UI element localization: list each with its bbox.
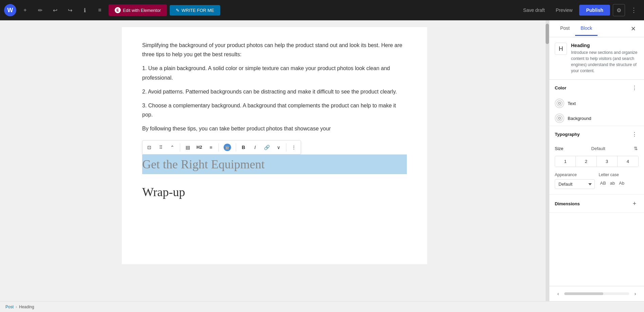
write-btn-label: WRITE FOR ME [182,8,214,13]
pencil-icon: ✏ [38,7,42,14]
typography-controls: Size Default ⇅ 1 2 3 4 Appearance [549,142,644,194]
menu-icon: ≡ [98,7,101,13]
text-align-button[interactable]: ≡ [206,142,216,153]
bold-toolbar-button[interactable]: B [238,142,249,153]
bold-icon: B [242,145,245,150]
heading-level-button[interactable]: H2 [194,142,205,153]
publish-button[interactable]: Publish [579,5,610,16]
editor-scrollbar[interactable] [546,20,549,301]
dimensions-add-button[interactable]: + [630,200,639,208]
add-block-button[interactable]: + [19,4,31,16]
selected-heading[interactable]: Get the Right Equipment [142,154,407,174]
block-type-icon: H [555,43,567,55]
typography-more-icon: ⋮ [632,131,637,138]
more-rich-text-button[interactable]: ∨ [273,142,284,153]
editor-content[interactable]: Simplifying the background of your produ… [122,27,427,264]
size-buttons: 1 2 3 4 [555,156,639,167]
letter-case-buttons: AB ab Ab [599,179,639,187]
block-toolbar: ⊡ ⠿ ⌃ ▤ H2 ≡ [142,140,301,154]
bookmark-toolbar-button[interactable]: ⊡ [144,142,155,153]
preview-button[interactable]: Preview [552,5,577,16]
lowercase-button[interactable]: ab [609,179,616,187]
text-color-option[interactable]: Text [549,96,644,111]
main-layout: Simplifying the background of your produ… [0,20,644,301]
write-icon: ✎ [176,8,179,13]
move-up-down-button[interactable]: ⌃ [167,142,178,153]
background-color-label: Background [568,116,591,121]
settings-button[interactable]: ⚙ [613,4,625,16]
text-align-icon: ≡ [210,145,212,150]
size-4-button[interactable]: 4 [618,156,638,167]
sidebar-tabs: Post Block ✕ [549,20,644,37]
block-info-text: Heading Introduce new sections and organ… [571,43,639,74]
elementor-icon: E [115,7,121,13]
edit-with-elementor-button[interactable]: E Edit with Elementor [109,4,167,16]
italic-icon: I [254,145,256,150]
capitalize-button[interactable]: Ab [618,179,626,187]
block-options-button[interactable]: ⋮ [288,142,299,153]
sidebar-scroll-track [564,292,629,295]
undo-icon: ↩ [53,7,57,14]
editor-area[interactable]: Simplifying the background of your produ… [0,20,549,301]
size-label: Size [555,146,563,151]
italic-toolbar-button[interactable]: I [250,142,261,153]
color-section-header[interactable]: Color ⋮ [549,80,644,96]
edit-pencil-button[interactable]: ✏ [34,4,46,16]
appearance-column: Appearance Default Light Normal Medium S… [555,172,595,189]
align-toolbar-button[interactable]: ▤ [182,142,193,153]
drag-icon: ⠿ [159,145,163,150]
dimensions-title: Dimensions [555,201,580,206]
plus-icon: + [633,200,637,207]
info-button[interactable]: ℹ [79,4,91,16]
letter-case-label: Letter case [599,172,639,177]
write-for-me-button[interactable]: ✎ WRITE FOR ME [170,5,220,16]
typography-section-header[interactable]: Typography ⋮ [549,126,644,142]
gear-icon: ⚙ [617,7,621,14]
color-section-title: Color [555,85,630,90]
size-default-value: Default [591,146,605,151]
typography-section-title: Typography [555,132,630,137]
more-options-icon: ⋮ [632,85,637,91]
size-adjust-button[interactable]: ⇅ [633,145,639,152]
block-tab[interactable]: Block [575,21,598,36]
background-color-option[interactable]: Background [549,111,644,126]
size-1-button[interactable]: 1 [555,156,576,167]
wrap-up-heading[interactable]: Wrap-up [142,182,407,202]
link-toolbar-button[interactable]: 🔗 [261,142,272,153]
breadcrumb-post-link[interactable]: Post [5,305,14,309]
breadcrumb-bar: Post › Heading [0,301,644,312]
appearance-select[interactable]: Default Light Normal Medium Semi Bold Bo… [555,179,595,189]
wp-logo-text: W [7,7,13,14]
ai-robot-button[interactable]: 🤖 [221,142,234,153]
dimensions-section-header[interactable]: Dimensions + [549,195,644,212]
h2-label: H2 [196,145,202,150]
chevron-right-icon: › [634,291,636,296]
toolbar-divider-1 [180,143,180,151]
color-section-more-button[interactable]: ⋮ [630,84,639,92]
breadcrumb-separator: › [16,305,17,309]
text-color-circle [555,99,564,108]
size-3-button[interactable]: 3 [597,156,618,167]
redo-button[interactable]: ↪ [64,4,76,16]
redo-icon: ↪ [68,7,72,14]
save-draft-button[interactable]: Save draft [519,5,549,16]
post-tab[interactable]: Post [555,21,575,36]
more-dots-icon: ⋮ [631,6,637,14]
more-options-button[interactable]: ⋮ [628,4,640,16]
sidebar-close-button[interactable]: ✕ [628,23,639,34]
typography-section: Typography ⋮ Size Default ⇅ 1 2 [549,126,644,195]
appearance-label: Appearance [555,172,595,177]
sidebar-bottom-nav: ‹ › [549,286,644,301]
menu-button[interactable]: ≡ [94,4,106,16]
drag-handle-button[interactable]: ⠿ [155,142,166,153]
heading-block-container: ⊡ ⠿ ⌃ ▤ H2 ≡ [142,140,407,174]
wp-logo-icon[interactable]: W [4,4,16,16]
sidebar-prev-button[interactable]: ‹ [553,289,563,298]
size-adjust-icon: ⇅ [634,146,638,151]
size-2-button[interactable]: 2 [576,156,596,167]
typography-section-more-button[interactable]: ⋮ [630,130,639,138]
sidebar-scroll-thumb [564,292,603,295]
sidebar-next-button[interactable]: › [630,289,640,298]
uppercase-button[interactable]: AB [599,179,607,187]
undo-button[interactable]: ↩ [49,4,61,16]
